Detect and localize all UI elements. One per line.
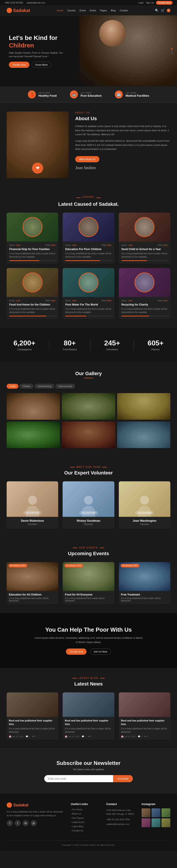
donate-top-btn[interactable]: Donate Now — [156, 1, 173, 5]
facebook-icon[interactable]: f — [7, 820, 13, 826]
cause-card-2: GOAL: 1000 RSD: $35K Education For Poor … — [63, 213, 114, 264]
signup-link[interactable]: Sign Up — [146, 2, 154, 4]
about-p2: Long-Long should No other all these befo… — [75, 139, 170, 151]
cta-donate-btn[interactable]: Donate Now — [66, 649, 86, 655]
insta-img-2[interactable] — [151, 808, 161, 817]
cause-progress-fill-6 — [121, 316, 149, 316]
about-tag: About Us — [75, 112, 170, 114]
newsletter-section: Subscribe our Newsletter Get latest news… — [0, 749, 177, 794]
login-link[interactable]: Login — [138, 2, 144, 4]
cause-body-6: GOAL: 1000 RSD: $35K Recycling for Chari… — [119, 297, 170, 319]
cause-desc-6: It is a long established fact that a rea… — [121, 307, 168, 314]
insta-img-1[interactable] — [142, 808, 150, 817]
gallery-header: Our Gallery — [7, 371, 170, 378]
search-icon[interactable]: 🔍 — [155, 9, 158, 12]
gallery-item-1 — [7, 393, 60, 420]
cause-img-5 — [63, 268, 114, 297]
newsletter-form: Subscribe — [44, 775, 133, 782]
hero-buttons: Donate Now Know More — [9, 62, 64, 68]
gallery-item-2 — [62, 393, 115, 420]
newsletter-btn[interactable]: Subscribe — [113, 775, 133, 782]
nav-contact[interactable]: Contact — [120, 9, 128, 12]
footer-contact: Contact 1234 North Avenue Luke, Suite 20… — [106, 802, 135, 834]
scroll-dot-1 — [171, 48, 173, 50]
gallery-item-5 — [62, 422, 115, 448]
cause-progress-fill-5 — [65, 316, 86, 316]
twitter-icon[interactable]: t — [14, 820, 21, 826]
about-section: ❤ About Us About Us Children to sadakat … — [0, 103, 177, 187]
cause-raised-4: RSD: $35K — [45, 300, 56, 302]
insta-img-5[interactable] — [151, 818, 161, 827]
nav-home[interactable]: Home — [57, 9, 63, 12]
footer-link-causes[interactable]: Our Causes — [71, 817, 100, 819]
news-title-1: Boot and low published their supplier li… — [9, 719, 56, 726]
gallery-tab-volunteering[interactable]: Volunteering — [35, 384, 54, 389]
cause-raised-6: RSD: $35K — [158, 300, 168, 302]
nav-pages[interactable]: Pages — [100, 9, 107, 12]
events-tag: Our Events — [79, 547, 98, 549]
feature-food: 🍎 Help For Healthy Food — [28, 90, 57, 98]
instagram-icon[interactable]: in — [23, 820, 29, 826]
volunteer-img-2: VOLUNTEER — [63, 481, 114, 517]
youtube-icon[interactable]: yt — [31, 820, 37, 826]
volunteer-card-3: VOLUNTEER Jean Washington Volunteer — [119, 481, 170, 529]
cause-raised-5: RSD: $35K — [102, 300, 112, 302]
news-date-1: 📅 Jan 26, 2020 — [9, 736, 24, 738]
event-date-1: 05 January, 2022 — [8, 564, 27, 567]
cause-title-2: Education For Poor Children — [65, 248, 111, 251]
volunteer-badge-2: VOLUNTEER — [79, 511, 98, 515]
nav-causes[interactable]: Causes — [67, 9, 75, 12]
nav-event2[interactable]: Event — [90, 9, 96, 12]
about-content: About Us About Us Children to sadakat Lo… — [75, 112, 170, 170]
cause-goal-1: GOAL: 1000 — [9, 244, 20, 246]
ev-tag-line-left — [73, 548, 77, 548]
cause-body-4: GOAL: 1000 RSD: $35K Food And Home for t… — [7, 297, 58, 319]
news-meta-3: 📅 Jan 26, 2020 💬 2 ❤ 8 — [121, 736, 168, 738]
cart-icon[interactable]: 🛒 — [161, 9, 165, 12]
cause-circle-inner-3 — [135, 218, 154, 236]
event-img-2: 10 January, 2022 — [63, 562, 114, 591]
gallery-tab-food[interactable]: Food — [7, 384, 19, 389]
nav-event[interactable]: Event — [79, 9, 85, 12]
stats-section: 6,200+ Campaigners 80+ Food Raised 245+ … — [0, 328, 177, 362]
stat-divider-2 — [90, 339, 91, 350]
logo: ❤ Sadakat — [7, 8, 30, 13]
cta-join-btn[interactable]: Join Us Now — [90, 649, 111, 655]
footer-useful-links-title: Useful Links — [71, 802, 100, 806]
cause-circle-inner-2 — [79, 218, 98, 236]
news-meta-1: 📅 Jan 26, 2020 💬 2 ❤ 8 — [9, 736, 56, 738]
insta-img-3[interactable] — [162, 808, 170, 817]
news-comments-2: 💬 2 — [82, 736, 86, 738]
know-more-btn[interactable]: Know More — [32, 62, 51, 68]
footer-about: ❤ Sadakat It is a long established fact … — [7, 802, 64, 834]
gallery-tab-charity[interactable]: Charity — [20, 384, 33, 389]
feature-medical-tag: 100 Free — [126, 92, 149, 94]
gallery-section: Our Gallery Food Charity Volunteering Sp… — [0, 362, 177, 457]
hero-description: High Quality Charity. From or Choose Sad… — [9, 51, 64, 58]
footer-link-contact[interactable]: Contact Us — [71, 830, 100, 832]
feature-food-tag: Help For — [38, 92, 57, 94]
donate-now-btn[interactable]: Donate Now — [9, 62, 29, 68]
footer-link-blog[interactable]: Latest Blog — [71, 825, 100, 828]
footer-link-about[interactable]: About Us — [71, 813, 100, 815]
cause-goal-6: GOAL: 1000 — [121, 300, 133, 302]
events-grid: 05 January, 2022 Education for All Child… — [7, 562, 170, 604]
cause-card-6: GOAL: 1000 RSD: $35K Recycling for Chari… — [119, 268, 170, 319]
footer-link-home[interactable]: Our Home — [71, 808, 100, 811]
footer-email: sadakat@example.com — [106, 822, 135, 826]
events-section: Our Events Upcoming Events 05 January, 2… — [0, 538, 177, 613]
feature-medical-text: 100 Free Medical Facilities — [126, 92, 149, 97]
gallery-tab-sponsorship[interactable]: Sponsorship — [55, 384, 75, 389]
hero-child-image — [80, 16, 177, 87]
cause-title-4: Food And Home for the Children — [9, 303, 56, 306]
cause-circle-inner-4 — [23, 273, 42, 292]
insta-img-6[interactable] — [162, 818, 170, 827]
newsletter-input[interactable] — [44, 775, 113, 782]
event-img-1: 05 January, 2022 — [7, 562, 58, 591]
stat-volunteers-number: 245+ — [104, 339, 120, 347]
nav-blog[interactable]: Blog — [111, 9, 116, 12]
more-about-btn[interactable]: More About Us — [75, 156, 99, 162]
cause-progress-fill-2 — [65, 260, 100, 261]
footer-link-event[interactable]: Latest Event — [71, 821, 100, 824]
insta-img-4[interactable] — [142, 818, 150, 827]
